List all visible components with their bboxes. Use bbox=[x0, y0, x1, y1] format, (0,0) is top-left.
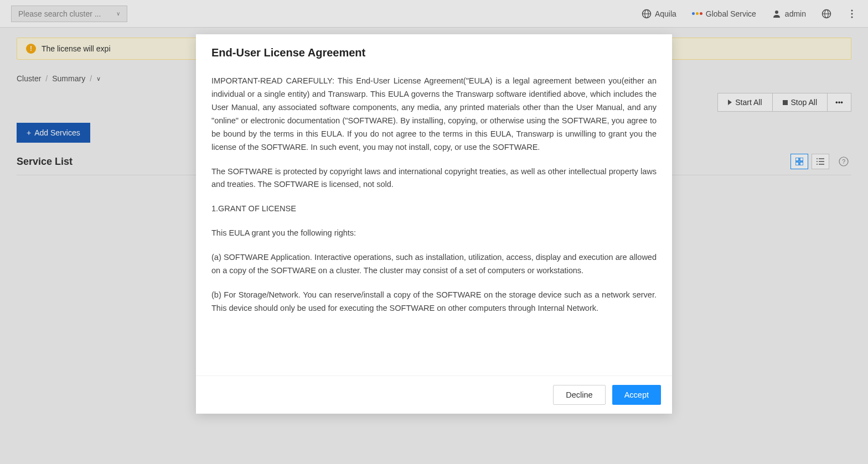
modal-overlay: End-User License Agreement IMPORTANT-REA… bbox=[0, 0, 868, 464]
eula-paragraph: (a) SOFTWARE Application. Interactive op… bbox=[211, 251, 657, 278]
modal-body[interactable]: IMPORTANT-READ CAREFULLY: This End-User … bbox=[196, 66, 672, 376]
eula-paragraph: IMPORTANT-READ CAREFULLY: This End-User … bbox=[211, 75, 657, 154]
decline-button[interactable]: Decline bbox=[553, 385, 605, 405]
eula-paragraph: This EULA grant you the following rights… bbox=[211, 227, 657, 240]
eula-paragraph: The SOFTWARE is protected by copyright l… bbox=[211, 165, 657, 192]
modal-footer: Decline Accept bbox=[196, 376, 672, 414]
eula-modal: End-User License Agreement IMPORTANT-REA… bbox=[196, 34, 672, 414]
modal-title: End-User License Agreement bbox=[196, 34, 672, 66]
accept-button[interactable]: Accept bbox=[612, 385, 661, 405]
eula-heading: 1.GRANT OF LICENSE bbox=[211, 202, 657, 216]
eula-paragraph: (b) For Storage/Network. You can reserve… bbox=[211, 289, 657, 315]
